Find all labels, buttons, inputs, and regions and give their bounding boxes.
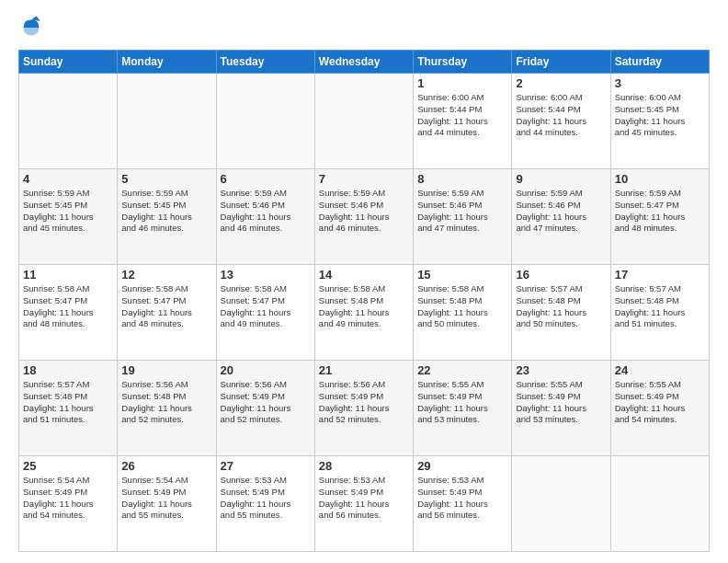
calendar-day-cell: 3Sunrise: 6:00 AM Sunset: 5:45 PM Daylig…: [610, 74, 709, 169]
calendar-day-cell: 22Sunrise: 5:55 AM Sunset: 5:49 PM Dayli…: [414, 361, 512, 456]
day-number: 7: [319, 172, 409, 186]
day-info: Sunrise: 5:58 AM Sunset: 5:48 PM Dayligh…: [319, 283, 409, 330]
day-info: Sunrise: 5:59 AM Sunset: 5:47 PM Dayligh…: [615, 188, 705, 235]
calendar-day-cell: 23Sunrise: 5:55 AM Sunset: 5:49 PM Dayli…: [512, 361, 610, 456]
calendar-day-cell: 2Sunrise: 6:00 AM Sunset: 5:44 PM Daylig…: [512, 74, 610, 169]
calendar-table: SundayMondayTuesdayWednesdayThursdayFrid…: [18, 50, 710, 552]
day-info: Sunrise: 5:59 AM Sunset: 5:46 PM Dayligh…: [221, 188, 311, 235]
calendar-day-cell: 15Sunrise: 5:58 AM Sunset: 5:48 PM Dayli…: [414, 265, 512, 361]
day-number: 1: [417, 76, 507, 90]
calendar-week-row: 18Sunrise: 5:57 AM Sunset: 5:48 PM Dayli…: [19, 361, 710, 456]
day-number: 8: [417, 172, 507, 186]
day-number: 18: [23, 363, 113, 377]
calendar-week-row: 11Sunrise: 5:58 AM Sunset: 5:47 PM Dayli…: [19, 265, 710, 361]
day-number: 20: [221, 363, 311, 377]
day-info: Sunrise: 5:55 AM Sunset: 5:49 PM Dayligh…: [615, 379, 705, 426]
calendar-week-row: 1Sunrise: 6:00 AM Sunset: 5:44 PM Daylig…: [19, 74, 710, 169]
logo: [18, 15, 48, 40]
calendar-day-cell: 28Sunrise: 5:53 AM Sunset: 5:49 PM Dayli…: [314, 456, 413, 552]
day-number: 14: [319, 268, 409, 282]
day-number: 24: [615, 363, 705, 377]
calendar-day-cell: 25Sunrise: 5:54 AM Sunset: 5:49 PM Dayli…: [19, 456, 118, 552]
day-info: Sunrise: 5:55 AM Sunset: 5:49 PM Dayligh…: [417, 379, 507, 426]
day-info: Sunrise: 5:53 AM Sunset: 5:49 PM Dayligh…: [319, 475, 409, 522]
day-number: 6: [221, 172, 311, 186]
day-number: 29: [417, 459, 507, 473]
calendar-day-cell: 18Sunrise: 5:57 AM Sunset: 5:48 PM Dayli…: [19, 361, 118, 456]
calendar-header-saturday: Saturday: [610, 51, 709, 74]
calendar-header-sunday: Sunday: [19, 51, 118, 74]
day-info: Sunrise: 6:00 AM Sunset: 5:44 PM Dayligh…: [417, 92, 507, 139]
calendar-header-wednesday: Wednesday: [314, 51, 413, 74]
day-info: Sunrise: 5:53 AM Sunset: 5:49 PM Dayligh…: [417, 475, 507, 522]
day-info: Sunrise: 5:55 AM Sunset: 5:49 PM Dayligh…: [516, 379, 606, 426]
day-number: 12: [121, 268, 211, 282]
day-info: Sunrise: 5:59 AM Sunset: 5:46 PM Dayligh…: [516, 188, 606, 235]
day-info: Sunrise: 5:57 AM Sunset: 5:48 PM Dayligh…: [615, 283, 705, 330]
calendar-day-cell: 26Sunrise: 5:54 AM Sunset: 5:49 PM Dayli…: [118, 456, 216, 552]
day-number: 11: [23, 268, 113, 282]
day-info: Sunrise: 5:58 AM Sunset: 5:47 PM Dayligh…: [121, 283, 211, 330]
calendar-day-cell: 5Sunrise: 5:59 AM Sunset: 5:45 PM Daylig…: [118, 169, 216, 265]
day-info: Sunrise: 6:00 AM Sunset: 5:45 PM Dayligh…: [615, 92, 705, 139]
day-info: Sunrise: 5:58 AM Sunset: 5:47 PM Dayligh…: [221, 283, 311, 330]
calendar-day-cell: 8Sunrise: 5:59 AM Sunset: 5:46 PM Daylig…: [414, 169, 512, 265]
day-number: 27: [221, 459, 311, 473]
calendar-day-cell: 29Sunrise: 5:53 AM Sunset: 5:49 PM Dayli…: [414, 456, 512, 552]
calendar-header-thursday: Thursday: [414, 51, 512, 74]
logo-icon: [18, 15, 44, 40]
day-number: 23: [516, 363, 606, 377]
day-number: 26: [121, 459, 211, 473]
page: SundayMondayTuesdayWednesdayThursdayFrid…: [0, 0, 728, 563]
calendar-day-cell: [19, 74, 118, 169]
day-number: 21: [319, 363, 409, 377]
calendar-day-cell: 20Sunrise: 5:56 AM Sunset: 5:49 PM Dayli…: [216, 361, 314, 456]
calendar-day-cell: 7Sunrise: 5:59 AM Sunset: 5:46 PM Daylig…: [314, 169, 413, 265]
calendar-week-row: 25Sunrise: 5:54 AM Sunset: 5:49 PM Dayli…: [19, 456, 710, 552]
day-number: 9: [516, 172, 606, 186]
day-info: Sunrise: 5:54 AM Sunset: 5:49 PM Dayligh…: [121, 475, 211, 522]
day-number: 25: [23, 459, 113, 473]
calendar-day-cell: [216, 74, 314, 169]
calendar-day-cell: [314, 74, 413, 169]
calendar-header-monday: Monday: [118, 51, 216, 74]
day-info: Sunrise: 5:57 AM Sunset: 5:48 PM Dayligh…: [23, 379, 113, 426]
day-info: Sunrise: 5:59 AM Sunset: 5:46 PM Dayligh…: [417, 188, 507, 235]
calendar-day-cell: 1Sunrise: 6:00 AM Sunset: 5:44 PM Daylig…: [414, 74, 512, 169]
day-info: Sunrise: 5:57 AM Sunset: 5:48 PM Dayligh…: [516, 283, 606, 330]
day-info: Sunrise: 5:58 AM Sunset: 5:47 PM Dayligh…: [23, 283, 113, 330]
calendar-header-tuesday: Tuesday: [216, 51, 314, 74]
day-number: 13: [221, 268, 311, 282]
calendar-header-friday: Friday: [512, 51, 610, 74]
day-info: Sunrise: 5:58 AM Sunset: 5:48 PM Dayligh…: [417, 283, 507, 330]
day-number: 22: [417, 363, 507, 377]
calendar-day-cell: [118, 74, 216, 169]
day-number: 17: [615, 268, 705, 282]
calendar-day-cell: 21Sunrise: 5:56 AM Sunset: 5:49 PM Dayli…: [314, 361, 413, 456]
calendar-day-cell: [512, 456, 610, 552]
calendar-day-cell: 10Sunrise: 5:59 AM Sunset: 5:47 PM Dayli…: [610, 169, 709, 265]
calendar-day-cell: 16Sunrise: 5:57 AM Sunset: 5:48 PM Dayli…: [512, 265, 610, 361]
calendar-day-cell: 24Sunrise: 5:55 AM Sunset: 5:49 PM Dayli…: [610, 361, 709, 456]
day-number: 2: [516, 76, 606, 90]
day-info: Sunrise: 5:56 AM Sunset: 5:49 PM Dayligh…: [221, 379, 311, 426]
calendar-day-cell: 14Sunrise: 5:58 AM Sunset: 5:48 PM Dayli…: [314, 265, 413, 361]
calendar-day-cell: 11Sunrise: 5:58 AM Sunset: 5:47 PM Dayli…: [19, 265, 118, 361]
day-info: Sunrise: 5:59 AM Sunset: 5:45 PM Dayligh…: [23, 188, 113, 235]
calendar-header-row: SundayMondayTuesdayWednesdayThursdayFrid…: [19, 51, 710, 74]
day-number: 19: [121, 363, 211, 377]
calendar-day-cell: [610, 456, 709, 552]
day-info: Sunrise: 5:56 AM Sunset: 5:49 PM Dayligh…: [319, 379, 409, 426]
day-number: 10: [615, 172, 705, 186]
calendar-day-cell: 12Sunrise: 5:58 AM Sunset: 5:47 PM Dayli…: [118, 265, 216, 361]
calendar-day-cell: 13Sunrise: 5:58 AM Sunset: 5:47 PM Dayli…: [216, 265, 314, 361]
day-info: Sunrise: 6:00 AM Sunset: 5:44 PM Dayligh…: [516, 92, 606, 139]
day-number: 28: [319, 459, 409, 473]
day-info: Sunrise: 5:53 AM Sunset: 5:49 PM Dayligh…: [221, 475, 311, 522]
day-info: Sunrise: 5:54 AM Sunset: 5:49 PM Dayligh…: [23, 475, 113, 522]
day-number: 4: [23, 172, 113, 186]
header: [18, 15, 710, 40]
calendar-week-row: 4Sunrise: 5:59 AM Sunset: 5:45 PM Daylig…: [19, 169, 710, 265]
calendar-day-cell: 6Sunrise: 5:59 AM Sunset: 5:46 PM Daylig…: [216, 169, 314, 265]
day-info: Sunrise: 5:59 AM Sunset: 5:46 PM Dayligh…: [319, 188, 409, 235]
